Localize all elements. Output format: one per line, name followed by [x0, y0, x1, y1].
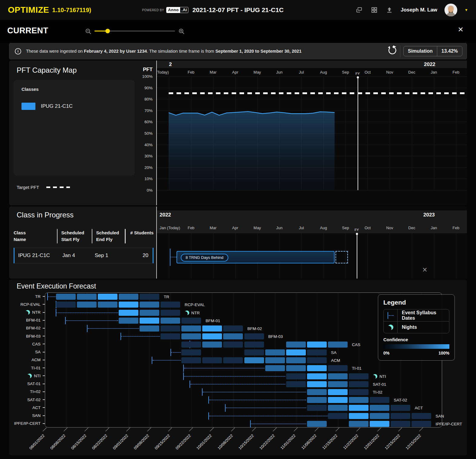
forecast-row-label: BFM-03: [26, 332, 45, 340]
syllabus-dotted-line: [48, 296, 56, 297]
timeline-header-strip: [157, 210, 467, 233]
row-end-label-text: ACT: [415, 406, 423, 410]
confidence-bar-segment: [391, 405, 410, 411]
column-divider: [92, 229, 92, 243]
confidence-bar-segment: [328, 365, 348, 371]
confidence-bar-segment: [244, 349, 264, 355]
date-tick-label: 12/01/2022: [356, 433, 380, 457]
pft-capacity-chart: 2 2022 FY (Today)FebMarAprMayJunJulAugSe…: [157, 61, 467, 205]
confidence-bar-segment: [349, 413, 369, 419]
axis-tick: [43, 375, 45, 376]
confidence-bar-segment: [265, 357, 285, 363]
confidence-bar-segment: [265, 349, 285, 355]
moon-icon: [27, 374, 32, 378]
month-label: Feb: [452, 226, 459, 230]
date-tick-label: 08/08/2022: [42, 433, 66, 457]
confidence-bar-segment: [140, 318, 159, 324]
forecast-row-end-label: TR: [164, 295, 169, 299]
row-label-text: IPFE/IP-CERT: [14, 421, 41, 426]
year-strip: [157, 61, 467, 68]
syllabus-dotted-line: [88, 328, 139, 329]
confidence-bar-segment: [328, 389, 348, 395]
forecast-row-end-label: TI-02: [373, 390, 382, 394]
date-tick-label: 10/22/2022: [251, 433, 276, 457]
legend-nights-row: Nights: [384, 321, 449, 333]
confidence-bar-segment: [202, 342, 222, 348]
date-tick-label: 08/22/2022: [84, 433, 108, 457]
dismiss-icon[interactable]: ×: [422, 266, 427, 274]
month-label: Sep: [342, 70, 349, 74]
row-label-text: NTR: [32, 310, 41, 315]
legend-syllabus-row: Event Syllabus Dates: [384, 309, 449, 321]
capacity-map-title: PFT Capacity Map: [17, 66, 77, 74]
column-divider: [125, 229, 125, 243]
confidence-bar-segment: [140, 302, 159, 308]
class-table-row[interactable]: IPUG 21-C1C Jan 4 Sep 1 20: [14, 248, 154, 263]
confidence-bar-segment: [181, 342, 201, 348]
upload-icon[interactable]: [385, 6, 393, 14]
year-label-left: 2022: [160, 212, 171, 218]
forecast-row-end-label: BFM-01: [206, 318, 220, 323]
class-legend-item[interactable]: IPUG 21-C1C: [21, 103, 127, 110]
caret-down-icon[interactable]: ▼: [464, 8, 468, 12]
windows-icon[interactable]: [355, 6, 363, 14]
syllabus-dotted-line: [251, 424, 306, 424]
y-axis-tick: 50%: [144, 131, 153, 136]
grid-icon[interactable]: [370, 6, 378, 14]
confidence-bar-segment: [349, 421, 369, 427]
confidence-bar-segment: [223, 325, 243, 332]
grid-line: [169, 233, 169, 279]
confidence-bar-segment: [140, 294, 159, 300]
confidence-bar-segment: [56, 302, 76, 308]
forecast-row-label: ACT: [32, 404, 45, 411]
confidence-bar-segment: [370, 413, 389, 419]
classes-legend-box: Classes IPUG 21-C1C: [14, 80, 135, 176]
forecast-row-end-label: SA: [331, 350, 336, 355]
row-end-label-text: SAT-01: [373, 382, 386, 386]
syllabus-dates-icon: [384, 309, 398, 321]
axis-tick: [356, 428, 360, 431]
month-label: Oct: [365, 226, 371, 230]
rerun-simulation-icon[interactable]: [387, 45, 400, 57]
zoom-in-icon[interactable]: [178, 28, 185, 35]
powered-by-label: POWERED BY: [142, 8, 164, 12]
y-axis-title: PFT: [143, 67, 153, 73]
confidence-bar-segment: [223, 333, 243, 339]
legend-syllabus-label: Event Syllabus Dates: [398, 310, 449, 321]
grid-line: [412, 233, 412, 279]
year-label-right: 2023: [423, 212, 435, 218]
row-label-text: RCP-EVAL: [20, 302, 41, 307]
month-label: Dec: [408, 70, 415, 74]
month-label: Jan (Today): [160, 226, 180, 230]
year-label-right: 2022: [424, 61, 435, 68]
syllabus-tick: [208, 396, 209, 404]
class-progress-gantt: 2022 2023 FY 8 TRNG Days Behind × Jan (T…: [157, 206, 467, 279]
zoom-out-icon[interactable]: [85, 28, 92, 35]
confidence-max: 100%: [438, 351, 449, 355]
slider-track[interactable]: [94, 31, 175, 31]
forecast-row-end-label: IPFE/IP-CERT: [436, 421, 462, 426]
slider-thumb[interactable]: [105, 29, 110, 33]
date-tick-label: 09/08/2022: [126, 433, 150, 457]
confidence-bar-segment: [119, 310, 138, 316]
forecast-row-label: NTR: [25, 309, 45, 316]
avatar[interactable]: [445, 4, 457, 16]
class-in-progress-section: Class in Progress Class NameScheduled St…: [9, 206, 467, 279]
close-icon[interactable]: ×: [458, 25, 463, 34]
confidence-bar-segment: [160, 333, 180, 339]
row-label-text: BFM-01: [26, 318, 41, 322]
y-axis-tick: 30%: [144, 154, 153, 158]
confidence-bar-segment: [286, 381, 306, 387]
y-axis-tick: 60%: [144, 120, 153, 124]
confidence-bar-segment: [370, 397, 389, 403]
cell-students: 20: [125, 253, 153, 259]
class-schedule-bar[interactable]: 8 TRNG Days Behind: [177, 251, 335, 263]
row-end-label-text: TI-02: [373, 390, 382, 394]
axis-tick: [377, 428, 381, 431]
target-pft-legend: Target PFT: [17, 185, 70, 190]
row-end-label-text: IPFE/IP-CERT: [436, 421, 462, 426]
axis-tick: [147, 428, 151, 431]
column-header: Scheduled Start Fly: [61, 229, 88, 243]
y-axis-tick: 20%: [144, 165, 153, 170]
axis-tick: [43, 352, 45, 352]
